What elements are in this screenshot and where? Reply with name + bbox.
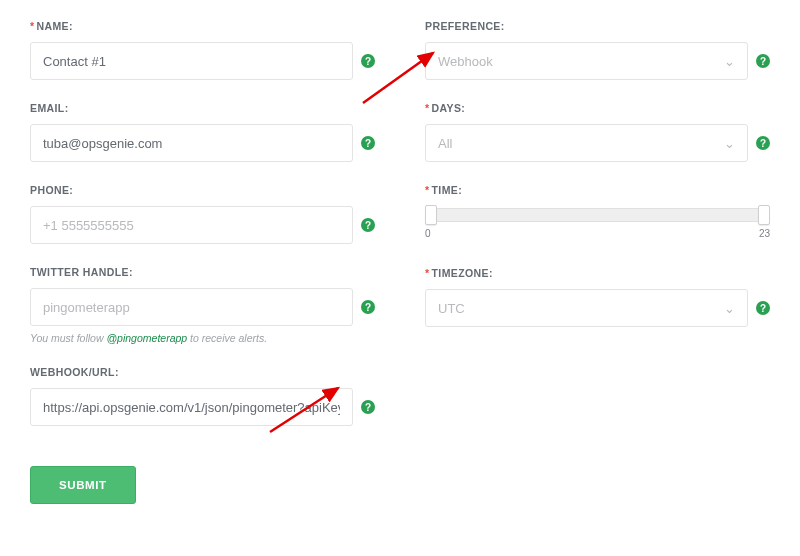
required-indicator: *	[425, 102, 430, 114]
field-email: EMAIL: ?	[30, 102, 375, 162]
required-indicator: *	[30, 20, 35, 32]
time-slider[interactable]	[425, 208, 770, 222]
help-icon[interactable]: ?	[361, 300, 375, 314]
timezone-value: UTC	[438, 301, 465, 316]
field-timezone: *TIMEZONE: UTC ⌄ ?	[425, 267, 770, 327]
webhook-label: WEBHOOK/URL:	[30, 366, 375, 378]
name-input[interactable]	[30, 42, 353, 80]
twitter-handle-link[interactable]: @pingometerapp	[106, 332, 187, 344]
time-slider-min-handle[interactable]	[425, 205, 437, 225]
twitter-input[interactable]	[30, 288, 353, 326]
left-column: *NAME: ? EMAIL: ? PHONE: ? TWITTER	[30, 20, 375, 504]
field-days: *DAYS: All ⌄ ?	[425, 102, 770, 162]
chevron-down-icon: ⌄	[724, 54, 735, 69]
field-name: *NAME: ?	[30, 20, 375, 80]
field-webhook: WEBHOOK/URL: ?	[30, 366, 375, 426]
name-label: *NAME:	[30, 20, 375, 32]
days-value: All	[438, 136, 452, 151]
submit-button[interactable]: SUBMIT	[30, 466, 136, 504]
required-indicator: *	[425, 184, 430, 196]
help-icon[interactable]: ?	[756, 54, 770, 68]
help-icon[interactable]: ?	[361, 400, 375, 414]
timezone-select[interactable]: UTC ⌄	[425, 289, 748, 327]
preference-value: Webhook	[438, 54, 493, 69]
time-slider-max-handle[interactable]	[758, 205, 770, 225]
help-icon[interactable]: ?	[361, 136, 375, 150]
help-icon[interactable]: ?	[361, 218, 375, 232]
phone-input[interactable]	[30, 206, 353, 244]
chevron-down-icon: ⌄	[724, 136, 735, 151]
days-label: *DAYS:	[425, 102, 770, 114]
time-min-label: 0	[425, 228, 431, 239]
time-label: *TIME:	[425, 184, 770, 196]
required-indicator: *	[425, 267, 430, 279]
time-max-label: 23	[759, 228, 770, 239]
help-icon[interactable]: ?	[361, 54, 375, 68]
timezone-label: *TIMEZONE:	[425, 267, 770, 279]
twitter-label: TWITTER HANDLE:	[30, 266, 375, 278]
field-twitter: TWITTER HANDLE: ? You must follow @pingo…	[30, 266, 375, 344]
field-preference: PREFERENCE: Webhook ⌄ ?	[425, 20, 770, 80]
field-time: *TIME: 0 23	[425, 184, 770, 239]
help-icon[interactable]: ?	[756, 136, 770, 150]
field-phone: PHONE: ?	[30, 184, 375, 244]
preference-label: PREFERENCE:	[425, 20, 770, 32]
days-select[interactable]: All ⌄	[425, 124, 748, 162]
preference-select[interactable]: Webhook ⌄	[425, 42, 748, 80]
email-label: EMAIL:	[30, 102, 375, 114]
phone-label: PHONE:	[30, 184, 375, 196]
help-icon[interactable]: ?	[756, 301, 770, 315]
twitter-hint: You must follow @pingometerapp to receiv…	[30, 332, 375, 344]
webhook-input[interactable]	[30, 388, 353, 426]
email-input[interactable]	[30, 124, 353, 162]
chevron-down-icon: ⌄	[724, 301, 735, 316]
right-column: PREFERENCE: Webhook ⌄ ? *DAYS: All ⌄ ?	[425, 20, 770, 504]
